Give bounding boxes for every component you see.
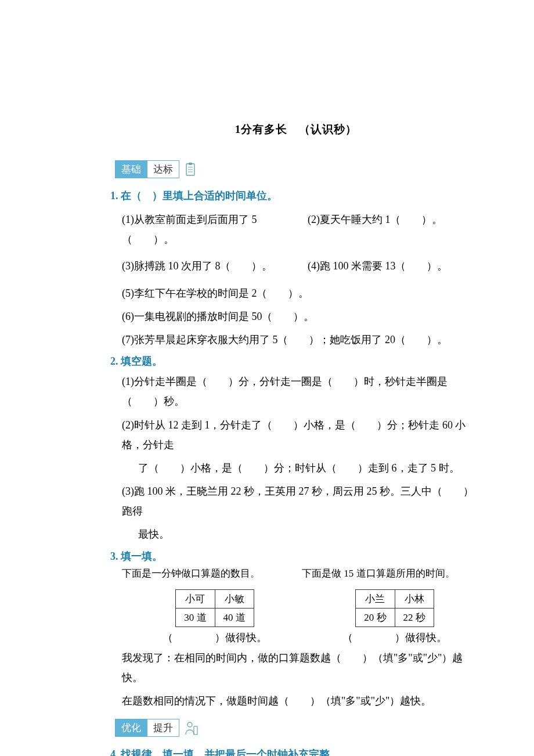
table2: 小兰 小林 20 秒 22 秒	[355, 589, 434, 627]
badge-basic: 基础 达标	[115, 160, 482, 178]
q3-intro2: 下面是做 15 道口算题所用的时间。	[302, 567, 482, 580]
t2-h2: 小林	[395, 589, 434, 608]
t2-h1: 小兰	[356, 589, 395, 608]
badge-improve: 优化 提升	[115, 719, 482, 737]
t1-h2: 小敏	[215, 589, 254, 608]
t1-under: （ ）做得快。	[163, 631, 267, 645]
q2-3b: 最快。	[138, 524, 482, 544]
q1-6: (6)一集电视剧的播放时间是 50（ ）。	[122, 307, 482, 326]
page-title: 1分有多长 （认识秒）	[110, 122, 482, 137]
q3-head: 3. 填一填。	[110, 549, 482, 563]
t1-h1: 小可	[176, 589, 215, 608]
q1-2: (2)夏天午睡大约 1（ ）。	[308, 210, 482, 249]
badge-basic-right: 达标	[147, 160, 179, 178]
q1-head: 1. 在（ ）里填上合适的时间单位。	[110, 189, 482, 203]
q1-1: (1)从教室前面走到后面用了 5（ ）。	[122, 210, 296, 249]
q1-5: (5)李红下午在学校的时间是 2（ ）。	[122, 283, 482, 303]
q1-7: (7)张芳早晨起床穿衣服大约用了 5（ ）；她吃饭用了 20（ ）。	[122, 330, 482, 350]
q2-2a: (2)时针从 12 走到 1，分针走了（ ）小格，是（ ）分；秒针走 60 小格…	[122, 415, 482, 455]
table1-group: 小可 小敏 30 道 40 道 （ ）做得快。	[163, 589, 267, 645]
t2-v2: 22 秒	[395, 608, 434, 627]
q3-intro1: 下面是一分钟做口算题的数目。	[122, 567, 302, 580]
q2-3a: (3)跑 100 米，王晓兰用 22 秒，王英用 27 秒，周云用 25 秒。三…	[122, 481, 482, 521]
t2-v1: 20 秒	[356, 608, 395, 627]
person-icon	[183, 721, 199, 736]
q1-3: (3)脉搏跳 10 次用了 8（ ）。	[122, 256, 296, 276]
q2-head: 2. 填空题。	[110, 354, 482, 368]
svg-rect-1	[189, 163, 192, 165]
t1-v1: 30 道	[176, 608, 215, 627]
q3-find2: 在题数相同的情况下，做题时间越（ ）（填"多"或"少"）越快。	[122, 691, 482, 711]
t1-v2: 40 道	[215, 608, 254, 627]
badge-improve-right: 提升	[147, 719, 179, 737]
badge-basic-left: 基础	[115, 160, 147, 178]
table2-group: 小兰 小林 20 秒 22 秒 （ ）做得快。	[342, 589, 447, 645]
table1: 小可 小敏 30 道 40 道	[175, 589, 254, 627]
clipboard-icon	[183, 162, 199, 177]
q2-1: (1)分针走半圈是（ ）分，分针走一圈是（ ）时，秒针走半圈是（ ）秒。	[122, 372, 482, 411]
q3-find1: 我发现了：在相同的时间内，做的口算题数越（ ）（填"多"或"少"）越快。	[122, 648, 482, 687]
svg-rect-6	[194, 726, 197, 735]
q4-head: 4. 找规律，填一填，并把最后一个时钟补充完整。	[110, 747, 482, 756]
svg-point-5	[187, 722, 192, 727]
t2-under: （ ）做得快。	[342, 631, 447, 645]
badge-improve-left: 优化	[115, 719, 147, 737]
q1-4: (4)跑 100 米需要 13（ ）。	[308, 256, 482, 276]
q2-2b: 了（ ）小格，是（ ）分；时针从（ ）走到 6，走了 5 时。	[138, 458, 482, 478]
